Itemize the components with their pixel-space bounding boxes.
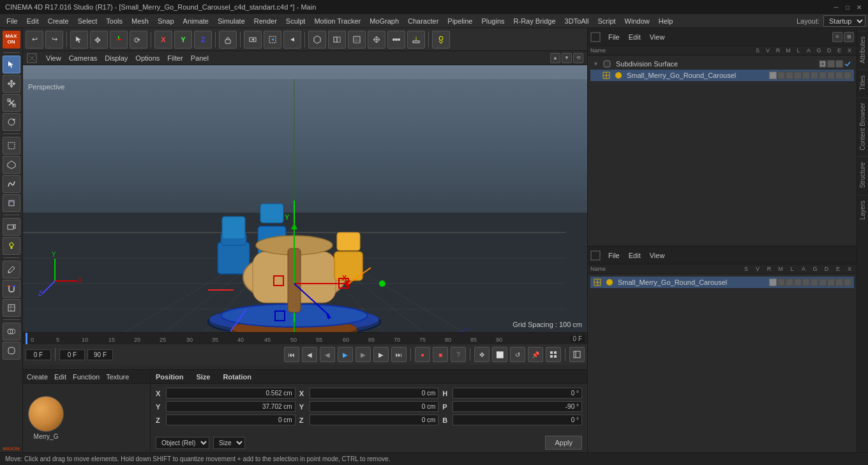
viewport[interactable]: View Cameras Display Options Filter Pane… [23, 51, 587, 332]
redo-button[interactable]: ↪ [45, 31, 63, 49]
tool-light[interactable] [3, 237, 20, 255]
menu-window[interactable]: Window [621, 16, 654, 26]
objects-view-btn[interactable]: View [647, 32, 668, 42]
rotation-h-input[interactable] [453, 388, 582, 399]
position-x-input[interactable] [166, 388, 296, 399]
tool-deformer[interactable] [3, 194, 20, 212]
tab-structure[interactable]: Structure [858, 156, 867, 194]
menu-simulate[interactable]: Simulate [214, 16, 249, 26]
timeline-grid-tool[interactable] [546, 347, 561, 362]
tool-spline[interactable] [3, 175, 20, 193]
obj-icon-2[interactable] [777, 72, 785, 79]
attr-icon-2[interactable] [777, 278, 785, 286]
obj-status-r[interactable] [835, 60, 843, 68]
viewport-menu-options[interactable]: Options [135, 54, 160, 62]
tool-scale[interactable] [3, 94, 20, 112]
attrs-edit-btn[interactable]: Edit [626, 250, 643, 261]
tool-object-null[interactable] [3, 137, 20, 155]
next-keyframe-button[interactable]: ▶ [355, 347, 371, 362]
mat-function-button[interactable]: Function [73, 373, 100, 381]
obj-status-s[interactable] [819, 60, 827, 68]
layout-select[interactable]: Startup [823, 15, 865, 27]
goto-start-button[interactable]: ⏮ [284, 347, 299, 362]
attr-icon-4[interactable] [794, 278, 802, 286]
move-button[interactable]: ✥ [90, 31, 108, 49]
view-cube[interactable] [308, 31, 326, 49]
mat-create-button[interactable]: Create [27, 373, 48, 381]
tab-content-browser[interactable]: Content Browser [858, 97, 867, 155]
object-coord-button[interactable] [219, 31, 237, 49]
question-button[interactable]: ? [451, 347, 466, 362]
tool-polygon[interactable] [3, 156, 20, 174]
playback-range[interactable] [244, 31, 262, 49]
viewport-ctrl-2[interactable]: ▼ [562, 53, 572, 63]
axis-z-button[interactable]: Z [194, 31, 212, 49]
attr-item-merry-go-round[interactable]: Small_Merry_Go_Round_Carousel [590, 277, 854, 288]
menu-animate[interactable]: Animate [179, 16, 213, 26]
objects-content[interactable]: ▼ Subdivision Surface [588, 56, 857, 246]
viewport-menu-cameras[interactable]: Cameras [69, 54, 98, 62]
view-wire[interactable] [368, 31, 385, 49]
attr-icon-8[interactable] [827, 278, 835, 286]
menu-snap[interactable]: Snap [154, 16, 178, 26]
menu-plugins[interactable]: Plugins [477, 16, 508, 26]
menu-motion-tracker[interactable]: Motion Tracker [310, 16, 364, 26]
view-shading[interactable] [348, 31, 366, 49]
menu-mograph[interactable]: MoGraph [366, 16, 403, 26]
viewport-menu-panel[interactable]: Panel [191, 54, 209, 62]
viewport-ctrl-1[interactable]: ▲ [550, 53, 560, 63]
timeline-rotate-tool[interactable]: ↺ [510, 347, 525, 362]
minimize-button[interactable]: ─ [832, 3, 840, 11]
menu-help[interactable]: Help [655, 16, 677, 26]
menu-3dtoall[interactable]: 3DToAll [561, 16, 593, 26]
menu-script[interactable]: Script [594, 16, 619, 26]
obj-icon-9[interactable] [835, 72, 843, 79]
tool-move[interactable] [3, 75, 20, 93]
view-floor[interactable] [407, 31, 425, 49]
obj-icon-8[interactable] [827, 72, 835, 79]
timeline-toggle[interactable] [569, 347, 585, 362]
tool-subdiv[interactable] [3, 342, 20, 360]
position-y-input[interactable] [166, 401, 296, 412]
prev-keyframe-button[interactable]: ◀ [320, 347, 335, 362]
axis-x-button[interactable]: X [154, 31, 172, 49]
menu-render[interactable]: Render [250, 16, 281, 26]
viewport-ctrl-3[interactable]: ⟲ [573, 53, 583, 63]
menu-rray[interactable]: R-Ray Bridge [510, 16, 560, 26]
obj-panel-icon-2[interactable]: ⊞ [844, 32, 854, 42]
objects-file-btn[interactable]: File [606, 32, 622, 42]
tab-titles[interactable]: Titles [858, 70, 867, 96]
timeline-move-tool[interactable]: ✥ [474, 347, 490, 362]
prev-frame-button[interactable]: ◀ [302, 347, 317, 362]
apply-button[interactable]: Apply [545, 436, 582, 450]
object-subdivision-surface[interactable]: ▼ Subdivision Surface [590, 58, 854, 70]
rotate-button[interactable]: ⟳ [130, 31, 147, 49]
obj-status-v[interactable] [827, 60, 835, 68]
menu-tools[interactable]: Tools [102, 16, 126, 26]
attrs-content[interactable]: Small_Merry_Go_Round_Carousel [588, 274, 857, 465]
view-options[interactable] [387, 31, 405, 49]
select-button[interactable] [70, 31, 88, 49]
menu-edit[interactable]: Edit [23, 16, 43, 26]
menu-sculpt[interactable]: Sculpt [282, 16, 310, 26]
menu-character[interactable]: Character [404, 16, 442, 26]
size-mode-select[interactable]: Size [213, 437, 245, 449]
tab-attributes[interactable]: Attributes [858, 31, 867, 68]
record-button[interactable]: ● [415, 347, 430, 362]
timeline-select-tool[interactable]: ⬜ [492, 347, 507, 362]
material-preview[interactable]: Merry_G [28, 396, 64, 440]
next-frame-button[interactable]: ▶ [373, 347, 389, 362]
axis-y-button[interactable]: Y [174, 31, 192, 49]
attr-icon-9[interactable] [835, 278, 843, 286]
tool-camera[interactable] [3, 218, 20, 236]
stop-button[interactable]: ■ [433, 347, 448, 362]
object-mode-select[interactable]: Object (Rel) World [156, 437, 209, 449]
tool-paint[interactable] [3, 261, 20, 278]
obj-icon-3[interactable] [786, 72, 793, 79]
light-button[interactable] [432, 31, 450, 49]
tool-boole[interactable] [3, 323, 20, 340]
attr-icon-3[interactable] [786, 278, 793, 286]
undo-button[interactable]: ↩ [26, 31, 43, 49]
attr-icon-7[interactable] [819, 278, 827, 286]
tool-texture[interactable] [3, 299, 20, 317]
